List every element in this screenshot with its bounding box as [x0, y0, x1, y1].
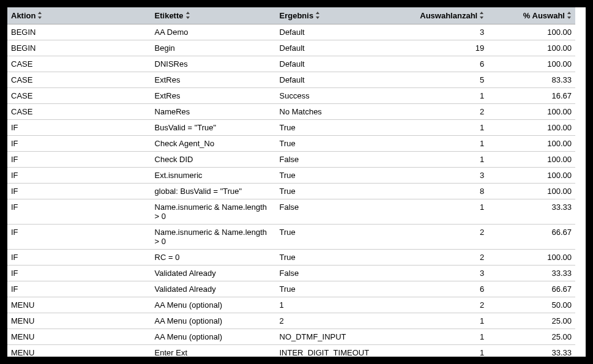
cell-anzahl: 3 [394, 266, 488, 281]
cell-ergebnis: Default [276, 24, 395, 40]
cell-prozent: 100.00 [488, 168, 575, 184]
cell-prozent: 33.33 [488, 345, 575, 357]
cell-prozent: 25.00 [488, 313, 575, 329]
cell-aktion: MENU [7, 313, 151, 329]
cell-ergebnis: True [276, 281, 395, 297]
cell-prozent: 33.33 [488, 266, 575, 281]
table-row[interactable]: IFglobal: BusValid = "True"True8100.00 [7, 184, 575, 199]
cell-etikette: ExtRes [151, 72, 276, 88]
cell-anzahl: 1 [394, 199, 488, 225]
cell-ergebnis: True [276, 120, 395, 136]
cell-etikette: Validated Already [151, 281, 276, 297]
cell-prozent: 100.00 [488, 24, 575, 40]
cell-etikette: Enter Ext [151, 345, 276, 357]
cell-ergebnis: False [276, 199, 395, 225]
cell-etikette: AA Menu (optional) [151, 329, 276, 345]
cell-ergebnis: False [276, 152, 395, 168]
cell-prozent: 83.33 [488, 72, 575, 88]
cell-aktion: IF [7, 225, 151, 250]
cell-prozent: 25.00 [488, 329, 575, 345]
cell-prozent: 50.00 [488, 297, 575, 313]
table-row[interactable]: IFCheck Agent_NoTrue1100.00 [7, 136, 575, 152]
table-row[interactable]: MENUAA Menu (optional)1250.00 [7, 297, 575, 313]
cell-anzahl: 2 [394, 250, 488, 266]
cell-etikette: AA Menu (optional) [151, 297, 276, 313]
cell-etikette: Name.isnumeric & Name.length > 0 [151, 199, 276, 225]
cell-etikette: global: BusValid = "True" [151, 184, 276, 199]
cell-prozent: 100.00 [488, 56, 575, 72]
cell-aktion: IF [7, 152, 151, 168]
cell-prozent: 100.00 [488, 40, 575, 56]
cell-ergebnis: 2 [276, 313, 395, 329]
table-row[interactable]: CASEExtResSuccess116.67 [7, 88, 575, 104]
cell-aktion: MENU [7, 329, 151, 345]
cell-prozent: 33.33 [488, 199, 575, 225]
cell-aktion: MENU [7, 297, 151, 313]
cell-prozent: 100.00 [488, 120, 575, 136]
cell-etikette: Ext.isnumeric [151, 168, 276, 184]
cell-ergebnis: True [276, 250, 395, 266]
sort-icon [316, 12, 320, 20]
cell-etikette: ExtRes [151, 88, 276, 104]
table-row[interactable]: BEGINBeginDefault19100.00 [7, 40, 575, 56]
cell-aktion: IF [7, 184, 151, 199]
cell-anzahl: 1 [394, 345, 488, 357]
col-auswahlanzahl-label: Auswahlanzahl [420, 11, 477, 20]
cell-prozent: 66.67 [488, 225, 575, 250]
col-auswahlanzahl[interactable]: Auswahlanzahl [394, 7, 488, 24]
cell-anzahl: 8 [394, 184, 488, 199]
cell-etikette: Validated Already [151, 266, 276, 281]
sort-icon [186, 12, 190, 20]
table-row[interactable]: BEGINAA DemoDefault3100.00 [7, 24, 575, 40]
data-table: Aktion Etikette Ergebnis [7, 7, 575, 357]
table-row[interactable]: IFName.isnumeric & Name.length > 0True26… [7, 225, 575, 250]
table-row[interactable]: IFRC = 0True2100.00 [7, 250, 575, 266]
table-row[interactable]: MENUAA Menu (optional)2125.00 [7, 313, 575, 329]
table-body: BEGINAA DemoDefault3100.00BEGINBeginDefa… [7, 24, 575, 357]
cell-ergebnis: Default [276, 56, 395, 72]
cell-anzahl: 6 [394, 56, 488, 72]
table-row[interactable]: MENUEnter ExtINTER_DIGIT_TIMEOUT133.33 [7, 345, 575, 357]
col-ergebnis[interactable]: Ergebnis [276, 7, 395, 24]
sort-icon [480, 12, 484, 20]
cell-anzahl: 2 [394, 225, 488, 250]
table-row[interactable]: CASENameResNo Matches2100.00 [7, 104, 575, 120]
table-row[interactable]: IFValidated AlreadyFalse333.33 [7, 266, 575, 281]
sort-icon [567, 12, 572, 20]
cell-prozent: 100.00 [488, 184, 575, 199]
cell-ergebnis: INTER_DIGIT_TIMEOUT [276, 345, 395, 357]
table-row[interactable]: MENUAA Menu (optional)NO_DTMF_INPUT125.0… [7, 329, 575, 345]
col-etikette[interactable]: Etikette [151, 7, 276, 24]
table-row[interactable]: CASEDNISResDefault6100.00 [7, 56, 575, 72]
cell-anzahl: 1 [394, 120, 488, 136]
col-aktion[interactable]: Aktion [7, 7, 151, 24]
cell-aktion: IF [7, 136, 151, 152]
cell-ergebnis: No Matches [276, 104, 395, 120]
cell-aktion: MENU [7, 345, 151, 357]
cell-etikette: NameRes [151, 104, 276, 120]
cell-anzahl: 1 [394, 136, 488, 152]
cell-anzahl: 2 [394, 297, 488, 313]
table-row[interactable]: IFBusValid = "True"True1100.00 [7, 120, 575, 136]
cell-anzahl: 1 [394, 152, 488, 168]
cell-anzahl: 1 [394, 88, 488, 104]
cell-ergebnis: True [276, 168, 395, 184]
table-row[interactable]: IFValidated AlreadyTrue666.67 [7, 281, 575, 297]
table-row[interactable]: CASEExtResDefault583.33 [7, 72, 575, 88]
cell-aktion: CASE [7, 56, 151, 72]
table-row[interactable]: IFExt.isnumericTrue3100.00 [7, 168, 575, 184]
col-aktion-label: Aktion [11, 11, 35, 20]
col-prozent[interactable]: % Auswahl [488, 7, 575, 24]
cell-ergebnis: Success [276, 88, 395, 104]
cell-etikette: Check DID [151, 152, 276, 168]
cell-anzahl: 1 [394, 313, 488, 329]
cell-aktion: CASE [7, 88, 151, 104]
cell-etikette: AA Menu (optional) [151, 313, 276, 329]
table-row[interactable]: IFCheck DIDFalse1100.00 [7, 152, 575, 168]
report-panel: Aktion Etikette Ergebnis [7, 7, 586, 357]
table-row[interactable]: IFName.isnumeric & Name.length > 0False1… [7, 199, 575, 225]
cell-aktion: IF [7, 266, 151, 281]
table-scroll[interactable]: Aktion Etikette Ergebnis [7, 7, 575, 357]
cell-aktion: BEGIN [7, 40, 151, 56]
cell-ergebnis: True [276, 184, 395, 199]
